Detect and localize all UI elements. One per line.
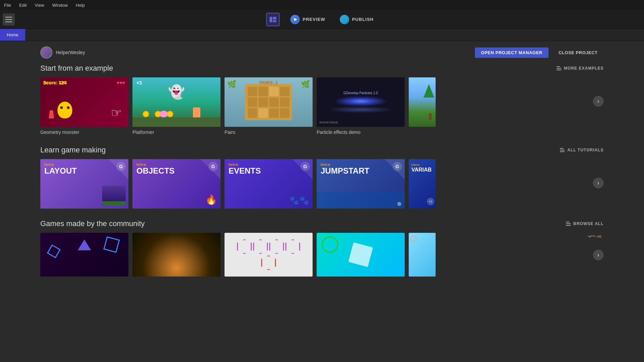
wishforge-label: WISHFORGE [319, 121, 338, 124]
monster-eye-right [67, 106, 70, 109]
layout-preview-thumb [102, 186, 126, 206]
examples-scroll-right[interactable]: › [593, 96, 604, 107]
examples-header: Start from an example MORE EXAMPLES [40, 64, 604, 73]
browse-all-link[interactable]: BROWSE ALL [566, 221, 604, 226]
community-cards-row: ⁻ⁿsᵒˡˡᵒⁿ: 0/1 [40, 233, 604, 277]
tutorial-objects-thumb: Intro Objects G 🔥 [132, 159, 220, 209]
publish-button[interactable]: PUBLISH [336, 13, 377, 26]
comm-list-line-3 [566, 225, 571, 226]
all-tutorials-link[interactable]: ALL TUTORIALS [560, 148, 604, 152]
tutorials-scroll-right[interactable]: › [593, 178, 604, 188]
hearts-display: ♥♥♥ [117, 80, 125, 85]
tutorials-cards-wrapper: Intro Layout G [40, 159, 604, 209]
examples-title: Start from an example [40, 64, 113, 73]
ground [102, 201, 126, 206]
card-tutorial-jumpstart[interactable]: Intro Jumpstart G [317, 159, 405, 209]
pairs-cell-8 [280, 98, 289, 107]
pairs-grid [245, 84, 292, 120]
square-shape-1 [104, 237, 120, 253]
community-title: Games made by the community [40, 219, 145, 228]
preview-icon [290, 15, 300, 24]
tutorial-layout-thumb: Intro Layout G [40, 159, 128, 209]
community-card-4[interactable] [317, 233, 405, 277]
tree-trunk [429, 113, 432, 120]
community-thumb-5 [409, 233, 436, 277]
community-thumb-3 [225, 233, 313, 277]
header-row: HelperWesley OPEN PROJECT MANAGER CLOSE … [40, 46, 604, 59]
pairs-cell-5 [248, 98, 257, 107]
tutorial-events-thumb: Intro Events G 🐾🐾 [225, 159, 313, 209]
hex-4 [285, 239, 300, 254]
variables-overlay-partial: Intro Variab [411, 162, 432, 173]
community-card-5-partial[interactable] [409, 233, 436, 277]
menu-file[interactable]: File [3, 2, 12, 8]
community-scroll-right[interactable]: › [593, 250, 604, 260]
card-tutorial-variables-partial[interactable]: Intro Variab +1 [409, 159, 436, 209]
list-icon [557, 66, 561, 70]
gdevelop-logo-svg [269, 15, 277, 24]
all-tutorials-label: ALL TUTORIALS [567, 148, 604, 152]
avatar[interactable] [40, 46, 52, 59]
pairs-cell-1 [248, 87, 257, 96]
publish-icon [340, 15, 349, 24]
comm-bg-5 [409, 233, 436, 277]
card-downhill-partial[interactable] [409, 77, 436, 135]
plus1-badge: +1 [427, 198, 434, 205]
hex-1 [237, 239, 252, 254]
multiplier-label: ×3 [136, 80, 142, 85]
menu-help[interactable]: Help [75, 2, 86, 8]
more-examples-label: MORE EXAMPLES [564, 66, 604, 71]
pairs-cell-7 [269, 98, 279, 107]
ghost-character: 👻 [168, 84, 185, 100]
menu-view[interactable]: View [33, 2, 45, 8]
tut-list-line-1 [560, 148, 563, 149]
svg-rect-0 [270, 17, 272, 22]
card-particles-label: Particle effects demo [317, 130, 405, 135]
square-shape-2 [47, 245, 61, 258]
community-card-3[interactable] [225, 233, 313, 277]
events-gdlogo: G [300, 162, 310, 171]
card-particles[interactable]: GDevelop Particles 1.0 WISHFORGE Particl… [317, 77, 405, 135]
community-section: Games made by the community BROWSE ALL [40, 219, 604, 277]
plant-right: 🌿 [301, 80, 310, 89]
card-platformer[interactable]: ×3 👻 [132, 77, 220, 135]
objects-sprites: 🔥 [205, 194, 217, 205]
toolbar-center: PREVIEW PUBLISH [266, 13, 377, 26]
jumpstart-gdlogo: G [393, 162, 402, 171]
comm-bg-4 [317, 233, 405, 277]
card-pairs-thumb: PAIRS: 2 🌿 🌿 [225, 77, 313, 127]
card-geometry-monster[interactable]: Score: 124 ♥♥♥ ☞ [40, 77, 128, 135]
comm-bg-3 [225, 233, 313, 277]
community-cards-wrapper: ⁻ⁿsᵒˡˡᵒⁿ: 0/1 [40, 233, 604, 277]
events-sprites: 🐾🐾 [289, 196, 309, 205]
close-project-button[interactable]: CLOSE PROJECT [553, 47, 604, 58]
circle-outline [322, 236, 338, 253]
card-tutorial-layout[interactable]: Intro Layout G [40, 159, 128, 209]
more-examples-link[interactable]: MORE EXAMPLES [557, 66, 604, 71]
community-list-icon [566, 222, 571, 226]
card-pairs[interactable]: PAIRS: 2 🌿 🌿 [225, 77, 313, 135]
pairs-cell-9 [248, 108, 257, 118]
hamburger-line-1 [5, 17, 12, 17]
community-thumb-4 [317, 233, 405, 277]
community-card-1[interactable] [40, 233, 128, 277]
objects-title: Objects [136, 167, 216, 175]
menu-window[interactable]: Window [51, 2, 69, 8]
monster-eye-left [60, 106, 63, 109]
card-tutorial-events[interactable]: Intro Events G 🐾🐾 [225, 159, 313, 209]
menu-edit[interactable]: Edit [18, 2, 28, 8]
card-tutorial-objects[interactable]: Intro Objects G 🔥 [132, 159, 220, 209]
menu-bar: File Edit View Window Help [0, 0, 644, 10]
preview-button[interactable]: PREVIEW [286, 13, 329, 26]
coins [143, 111, 173, 117]
community-card-2[interactable]: ⁻ⁿsᵒˡˡᵒⁿ: 0/1 [132, 233, 220, 277]
open-project-manager-button[interactable]: OPEN PROJECT MANAGER [475, 47, 549, 58]
gdevelop-icon[interactable] [266, 13, 280, 26]
layout-title: Layout [44, 167, 124, 175]
card-platformer-thumb: ×3 👻 [132, 77, 220, 127]
card-particles-thumb: GDevelop Particles 1.0 WISHFORGE [317, 77, 405, 127]
hamburger-menu-button[interactable] [3, 13, 15, 26]
tab-home[interactable]: Home [0, 29, 25, 41]
score-label: Score: 124 [44, 80, 66, 85]
comm1-shapes [40, 233, 128, 277]
